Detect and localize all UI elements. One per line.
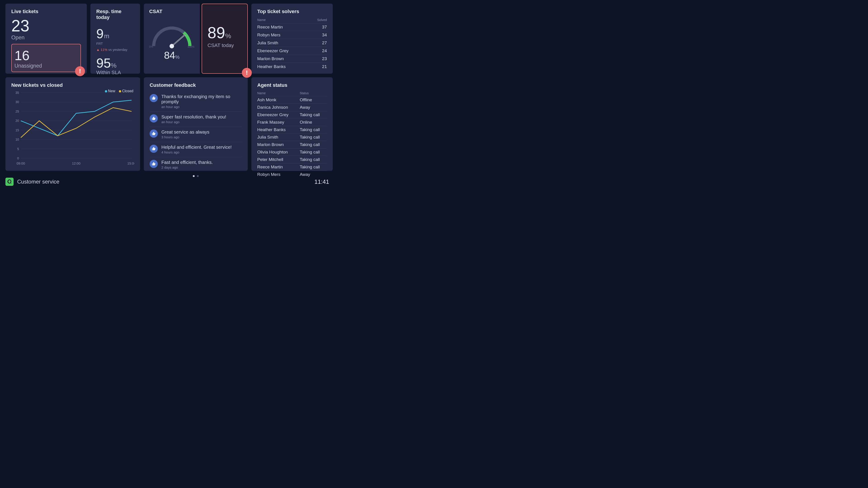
solver-count: 37	[322, 25, 327, 30]
feedback-time: 4 hours ago	[161, 150, 232, 154]
thumbs-up-icon	[150, 94, 158, 102]
table-row: Julia Smith27	[257, 39, 327, 47]
svg-point-2	[169, 44, 174, 49]
feedback-title: Customer feedback	[150, 82, 242, 88]
thumbs-up-icon	[150, 145, 158, 153]
agent-status-value: Offline	[300, 97, 327, 102]
live-tickets-title: Live tickets	[11, 8, 81, 14]
solver-name: Julia Smith	[257, 40, 278, 45]
feedback-item: Great service as always3 hours ago	[150, 127, 242, 142]
col-name: Name	[257, 18, 266, 22]
agent-row: Julia SmithTaking call	[257, 133, 327, 141]
feedback-item: Super fast resolution, thank you!an hour…	[150, 112, 242, 127]
agent-status-value: Away	[300, 105, 327, 110]
feedback-text: Fast and efficient, thanks.	[161, 160, 213, 165]
frt-value: 9	[96, 27, 103, 40]
agent-name: Danica Johnson	[257, 105, 300, 110]
agent-row: Peter MitchellTaking call	[257, 156, 327, 163]
table-row: Heather Banks21	[257, 63, 327, 70]
agent-name: Ebeneezer Grey	[257, 112, 300, 117]
unassigned-label: Unassigned	[14, 63, 78, 69]
agent-status-value: Taking call	[300, 157, 327, 162]
table-row: Ebeneezer Grey24	[257, 47, 327, 55]
svg-text:10: 10	[16, 138, 19, 141]
agent-name: Reece Martin	[257, 164, 300, 170]
sla-label: Within SLA	[96, 70, 134, 75]
csat-card: CSAT 0% 100% 84% 89%	[144, 4, 248, 74]
agent-status-value: Taking call	[300, 142, 327, 147]
agent-name: Peter Mitchell	[257, 157, 300, 162]
frt-label: FRT	[96, 41, 134, 45]
agent-row: Marlon BrownTaking call	[257, 141, 327, 148]
svg-text:09:00: 09:00	[17, 161, 25, 165]
sla-unit: %	[111, 62, 117, 69]
chart-legend: New Closed	[102, 89, 133, 93]
agent-row: Ebeneezer GreyTaking call	[257, 111, 327, 118]
gauge-max: 100%	[187, 45, 194, 49]
agent-name: Heather Banks	[257, 127, 300, 132]
agent-row: Reece MartinTaking call	[257, 163, 327, 171]
feedback-text: Helpful and efficient. Great service!	[161, 145, 232, 150]
agent-status-value: Online	[300, 120, 327, 125]
agent-status-value: Taking call	[300, 112, 327, 117]
svg-text:25: 25	[16, 110, 19, 113]
legend-dot-new	[105, 90, 107, 92]
thumbs-up-icon	[150, 160, 158, 168]
feedback-time: an hour ago	[161, 120, 226, 124]
frt-unit: m	[104, 33, 109, 39]
agent-status-title: Agent status	[257, 82, 327, 88]
open-tickets-value: 23	[11, 18, 81, 34]
agent-name: Ash Monk	[257, 97, 300, 102]
frt-delta: ▲ 11% vs yesterday	[96, 48, 134, 52]
svg-text:15: 15	[16, 128, 19, 132]
svg-text:30: 30	[16, 100, 19, 104]
tickets-line-chart: 0510152025303509:0012:0015:00	[11, 90, 134, 167]
live-tickets-card: Live tickets 23 Open 16 Unassigned !	[5, 4, 87, 74]
svg-text:20: 20	[16, 119, 19, 123]
csat-today-alert-panel: 89% CSAT today !	[202, 4, 248, 74]
response-time-card: Resp. time today 9m FRT ▲ 11% vs yesterd…	[90, 4, 140, 74]
csat-gauge-value: 84%	[149, 50, 194, 61]
up-arrow-icon: ▲	[96, 48, 100, 52]
agent-row: Frank MasseyOnline	[257, 118, 327, 126]
csat-today-value: 89%	[208, 25, 242, 41]
csat-title: CSAT	[149, 8, 194, 14]
svg-text:0: 0	[17, 156, 19, 160]
solver-name: Heather Banks	[257, 64, 286, 69]
top-solvers-card: Top ticket solvers Name Solved Reece Mar…	[251, 4, 333, 74]
col-solved: Solved	[317, 18, 327, 22]
legend-dot-closed	[119, 90, 121, 92]
top-solvers-title: Top ticket solvers	[257, 8, 327, 14]
footer-title: Customer service	[17, 179, 59, 185]
tickets-chart-card: New tickets vs closed New Closed 0510152…	[5, 77, 140, 171]
table-row: Marlon Brown23	[257, 55, 327, 63]
tickets-chart-title: New tickets vs closed	[11, 82, 134, 88]
agent-status-card: Agent status Name Status Ash MonkOffline…	[251, 77, 333, 171]
feedback-text: Thanks for exchanging my item so promptl…	[161, 94, 242, 104]
solver-count: 27	[322, 40, 327, 45]
feedback-time: an hour ago	[161, 105, 242, 109]
agent-row: Ash MonkOffline	[257, 96, 327, 103]
logo-icon	[5, 178, 13, 186]
agent-status-value: Taking call	[300, 164, 327, 170]
solver-name: Reece Martin	[257, 25, 283, 30]
agent-row: Heather BanksTaking call	[257, 126, 327, 133]
thumbs-up-icon	[150, 114, 158, 123]
solver-name: Robyn Mers	[257, 33, 280, 37]
feedback-text: Great service as always	[161, 129, 209, 135]
csat-gauge: 0% 100% 84%	[149, 21, 194, 61]
sla-value: 95	[96, 57, 111, 70]
agent-name: Frank Massey	[257, 120, 300, 125]
alert-icon: !	[242, 68, 252, 78]
clock: 11:41	[314, 178, 329, 185]
agent-status-value: Taking call	[300, 135, 327, 140]
feedback-card: Customer feedback Thanks for exchanging …	[144, 77, 248, 171]
footer-bar: Customer service 11:41	[0, 175, 335, 188]
col-agent-status: Status	[300, 91, 327, 95]
csat-today-label: CSAT today	[208, 42, 242, 49]
feedback-item: Helpful and efficient. Great service!4 h…	[150, 142, 242, 157]
unassigned-value: 16	[14, 49, 78, 62]
solver-count: 34	[322, 33, 327, 37]
gauge-min: 0%	[149, 45, 153, 49]
feedback-time: 2 days ago	[161, 165, 213, 169]
